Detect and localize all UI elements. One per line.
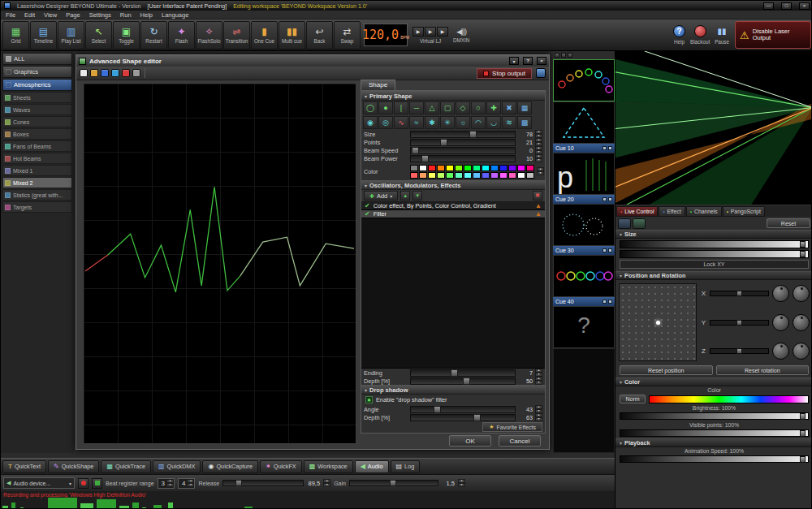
color-swatch[interactable] <box>410 172 418 179</box>
gain-slider[interactable] <box>349 480 438 486</box>
slider-track[interactable] <box>410 369 516 377</box>
toolbar-button[interactable]: ✧ FlashSolo <box>196 21 222 50</box>
color-swatch[interactable] <box>499 165 508 171</box>
color-swatch[interactable] <box>490 165 499 171</box>
slider-handle[interactable] <box>800 413 806 420</box>
shape-tool-button[interactable]: ◎ <box>378 116 393 129</box>
sidebar-item[interactable]: Waves <box>2 104 72 115</box>
shape-tool-button[interactable]: ─ <box>409 101 424 114</box>
cue-thumbnail[interactable]: ? <box>553 306 615 348</box>
cue-thumbnail[interactable] <box>553 101 615 144</box>
effect-list-item[interactable]: Color effect, By Points, Color Control, … <box>361 202 545 210</box>
shape-tool-button[interactable]: ✳ <box>440 116 455 129</box>
delete-effect-button[interactable] <box>533 191 542 201</box>
shape-tool-button[interactable]: ≋ <box>502 116 516 129</box>
bottom-tab[interactable]: ▤ Log <box>391 460 421 473</box>
color-swatch[interactable] <box>482 172 490 179</box>
color-swatch[interactable] <box>508 165 516 171</box>
slider-handle[interactable] <box>469 131 477 138</box>
slider-handle[interactable] <box>434 406 441 413</box>
shape-tool-button[interactable]: ● <box>378 101 393 114</box>
slider-handle[interactable] <box>800 430 806 437</box>
blackout-button[interactable]: Blackout <box>690 21 710 50</box>
editor-tool-icon[interactable] <box>122 69 130 77</box>
cue-label[interactable]: Cue 20 <box>553 195 615 204</box>
bottom-tab[interactable]: T QuickText <box>2 460 46 473</box>
record-button[interactable] <box>78 478 89 489</box>
slider-handle[interactable] <box>800 251 806 257</box>
favorite-effects-button[interactable]: Favorite Effects <box>482 422 542 432</box>
spin-down-icon[interactable] <box>323 483 330 487</box>
slider-handle[interactable] <box>800 241 806 248</box>
toolbar-button[interactable]: ▮ One Cue <box>251 21 278 50</box>
shape-tool-button[interactable]: ○ <box>471 101 486 114</box>
rotation-knob[interactable] <box>772 343 789 360</box>
rotation-knob[interactable] <box>772 314 789 331</box>
menu-item[interactable]: Page <box>66 11 80 19</box>
bottom-tab[interactable]: ▦ QuickTrace <box>101 460 151 473</box>
toolbar-button[interactable]: ▦ Grid <box>2 21 29 50</box>
color-swatch[interactable] <box>517 165 525 171</box>
color-swatch[interactable] <box>482 165 490 171</box>
position-pad[interactable] <box>619 283 697 361</box>
color-swatch[interactable] <box>508 172 516 179</box>
stop-output-button[interactable]: Stop output <box>477 68 532 79</box>
editor-tool-icon[interactable] <box>101 69 109 77</box>
spin-down-icon[interactable] <box>458 483 465 487</box>
minimize-button[interactable]: — <box>763 2 774 10</box>
sidebar-group[interactable]: Atmospherics <box>2 79 72 91</box>
effects-header[interactable]: Oscillators, Modulators, Effects <box>361 180 545 190</box>
gain-spinner[interactable] <box>458 479 465 487</box>
slider-handle[interactable] <box>800 456 806 463</box>
primary-shape-header[interactable]: Primary Shape <box>361 91 545 101</box>
axis-slider[interactable] <box>710 320 769 326</box>
shape-tool-button[interactable]: ☼ <box>456 116 470 129</box>
lock-xy-button[interactable]: Lock XY <box>620 260 809 269</box>
color-swatch[interactable] <box>455 172 463 179</box>
add-effect-button[interactable]: Add <box>364 191 398 201</box>
play-cue-button[interactable]: ▶ <box>425 27 436 37</box>
color-swatch[interactable] <box>490 172 499 179</box>
editor-tool-icon[interactable] <box>132 69 140 77</box>
slider-handle[interactable] <box>412 147 419 154</box>
play-cue-button[interactable]: ▶ <box>437 27 448 37</box>
slider-spinner[interactable] <box>535 138 542 146</box>
cue-thumbnail[interactable] <box>553 204 615 246</box>
playback-section-header[interactable]: Playback <box>615 438 812 447</box>
bottom-tab[interactable]: ✶ QuickFX <box>260 460 302 473</box>
live-panel-tab[interactable]: ▪ Effect <box>659 206 685 217</box>
color-swatch[interactable] <box>517 172 525 179</box>
sidebar-item[interactable]: Boxes <box>2 128 72 140</box>
slider-track[interactable] <box>410 147 516 154</box>
slider-track[interactable] <box>410 139 516 146</box>
bottom-tab[interactable]: ✎ QuickShape <box>48 460 99 473</box>
sidebar-item[interactable]: Mixed 1 <box>2 165 72 176</box>
disable-laser-output-button[interactable]: ⚠ Disable Laser Output <box>735 21 811 49</box>
color-swatch[interactable] <box>455 165 463 171</box>
cancel-button[interactable]: Cancel <box>499 435 541 446</box>
shape-tool-button[interactable]: ◡ <box>486 116 501 129</box>
move-down-button[interactable] <box>412 191 422 201</box>
live-panel-tab[interactable]: ▪ Live Control <box>616 206 658 217</box>
cue-thumbnail[interactable] <box>553 255 615 297</box>
menu-item[interactable]: Language <box>162 11 188 19</box>
close-button[interactable]: × <box>799 2 810 10</box>
color-swatch[interactable] <box>526 165 534 171</box>
list-view-button[interactable] <box>633 218 646 229</box>
live-panel-tab[interactable]: ▪ Channels <box>686 206 722 217</box>
color-swatch[interactable] <box>473 172 481 179</box>
enable-drop-shadow-row[interactable]: Enable "drop shadow" filter <box>361 395 545 405</box>
animation-speed-slider[interactable] <box>620 455 809 463</box>
shape-tool-button[interactable]: ✚ <box>486 101 501 114</box>
release-spinner[interactable] <box>323 479 330 487</box>
editor-close-button[interactable]: × <box>537 57 546 65</box>
shape-tool-button[interactable]: △ <box>425 101 439 114</box>
toolbar-button[interactable]: ✦ Flash <box>168 21 195 50</box>
slider-track[interactable] <box>410 131 516 138</box>
tab-shape[interactable]: Shape <box>361 80 395 90</box>
rotation-knob[interactable] <box>793 314 810 331</box>
cue-label[interactable]: Cue 10 <box>553 144 615 153</box>
shape-tool-button[interactable]: ✖ <box>502 101 516 114</box>
sidebar-item[interactable]: Cones <box>2 116 72 127</box>
bottom-tab[interactable]: ▥ QuickDMX <box>153 460 201 473</box>
